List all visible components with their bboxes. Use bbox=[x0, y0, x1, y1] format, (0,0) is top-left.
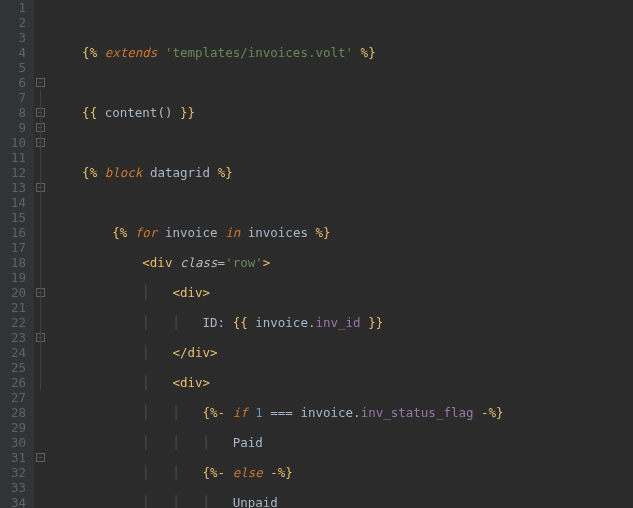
line-number: 28 bbox=[6, 405, 26, 420]
code-line[interactable]: │ <div> bbox=[52, 375, 633, 390]
line-number: 15 bbox=[6, 210, 26, 225]
code-line[interactable]: │ │ ID: {{ invoice.inv_id }} bbox=[52, 315, 633, 330]
line-number: 24 bbox=[6, 345, 26, 360]
code-area[interactable]: {% extends 'templates/invoices.volt' %} … bbox=[48, 0, 633, 508]
line-number: 14 bbox=[6, 195, 26, 210]
line-number: 6 bbox=[6, 75, 26, 90]
line-number: 3 bbox=[6, 30, 26, 45]
code-line[interactable] bbox=[52, 195, 633, 210]
code-editor[interactable]: 1 2 3 4 5 6 7 8 9 10 11 12 13 14 15 16 1… bbox=[0, 0, 633, 508]
line-number: 33 bbox=[6, 480, 26, 495]
line-number: 32 bbox=[6, 465, 26, 480]
fold-gutter: − − − − − − − − bbox=[34, 0, 48, 508]
line-number: 25 bbox=[6, 360, 26, 375]
fold-toggle-icon[interactable]: − bbox=[36, 453, 45, 462]
code-line[interactable]: │ │ {%- if 1 === invoice.inv_status_flag… bbox=[52, 405, 633, 420]
code-line[interactable] bbox=[52, 15, 633, 30]
line-number: 27 bbox=[6, 390, 26, 405]
line-number: 31 bbox=[6, 450, 26, 465]
code-line[interactable]: │ │ │ Unpaid bbox=[52, 495, 633, 508]
code-line[interactable]: {% for invoice in invoices %} bbox=[52, 225, 633, 240]
line-number: 18 bbox=[6, 255, 26, 270]
code-line[interactable]: {% block datagrid %} bbox=[52, 165, 633, 180]
line-number: 22 bbox=[6, 315, 26, 330]
line-number: 23 bbox=[6, 330, 26, 345]
code-line[interactable]: {{ content() }} bbox=[52, 105, 633, 120]
code-line[interactable]: {% extends 'templates/invoices.volt' %} bbox=[52, 45, 633, 60]
line-number: 1 bbox=[6, 0, 26, 15]
code-line[interactable] bbox=[52, 75, 633, 90]
line-number: 16 bbox=[6, 225, 26, 240]
line-number-gutter: 1 2 3 4 5 6 7 8 9 10 11 12 13 14 15 16 1… bbox=[0, 0, 34, 508]
line-number: 11 bbox=[6, 150, 26, 165]
line-number: 19 bbox=[6, 270, 26, 285]
line-number: 26 bbox=[6, 375, 26, 390]
line-number: 12 bbox=[6, 165, 26, 180]
code-line[interactable]: │ │ {%- else -%} bbox=[52, 465, 633, 480]
line-number: 21 bbox=[6, 300, 26, 315]
code-line[interactable]: <div class='row'> bbox=[52, 255, 633, 270]
line-number: 17 bbox=[6, 240, 26, 255]
line-number: 30 bbox=[6, 435, 26, 450]
line-number: 10 bbox=[6, 135, 26, 150]
line-number: 7 bbox=[6, 90, 26, 105]
code-line[interactable]: │ </div> bbox=[52, 345, 633, 360]
line-number: 29 bbox=[6, 420, 26, 435]
line-number: 5 bbox=[6, 60, 26, 75]
code-line[interactable]: │ │ │ Paid bbox=[52, 435, 633, 450]
line-number: 20 bbox=[6, 285, 26, 300]
line-number: 13 bbox=[6, 180, 26, 195]
line-number: 9 bbox=[6, 120, 26, 135]
line-number: 2 bbox=[6, 15, 26, 30]
code-line[interactable] bbox=[52, 135, 633, 150]
line-number: 8 bbox=[6, 105, 26, 120]
fold-toggle-icon[interactable]: − bbox=[36, 78, 45, 87]
code-line[interactable]: │ <div> bbox=[52, 285, 633, 300]
line-number: 34 bbox=[6, 495, 26, 508]
line-number: 4 bbox=[6, 45, 26, 60]
